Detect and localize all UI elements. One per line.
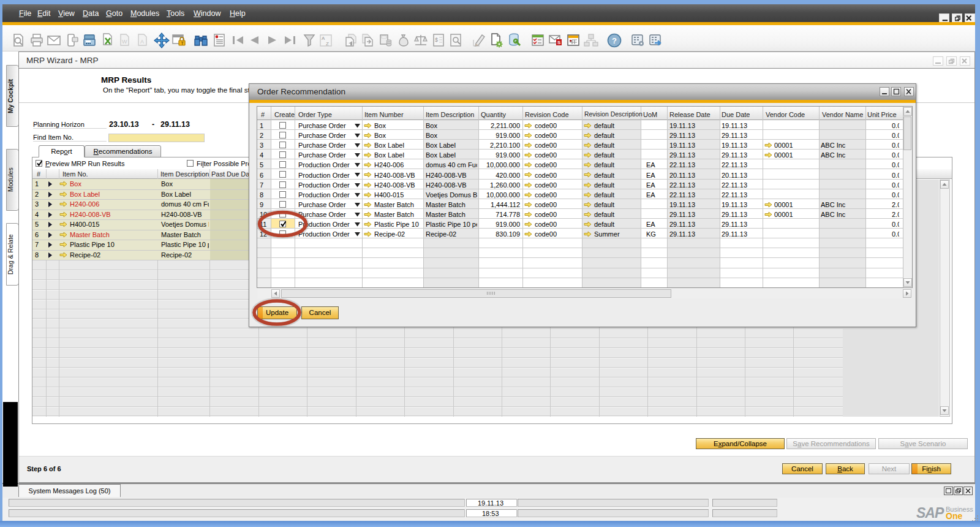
svg-text:S: S — [557, 40, 561, 45]
svg-text:?: ? — [612, 36, 617, 45]
svg-text:Z: Z — [326, 41, 329, 47]
svg-text:T: T — [181, 41, 184, 45]
svg-text:$: $ — [435, 37, 438, 43]
svg-text:A: A — [140, 39, 144, 45]
svg-text:A: A — [322, 36, 325, 41]
svg-text:W: W — [122, 39, 127, 45]
